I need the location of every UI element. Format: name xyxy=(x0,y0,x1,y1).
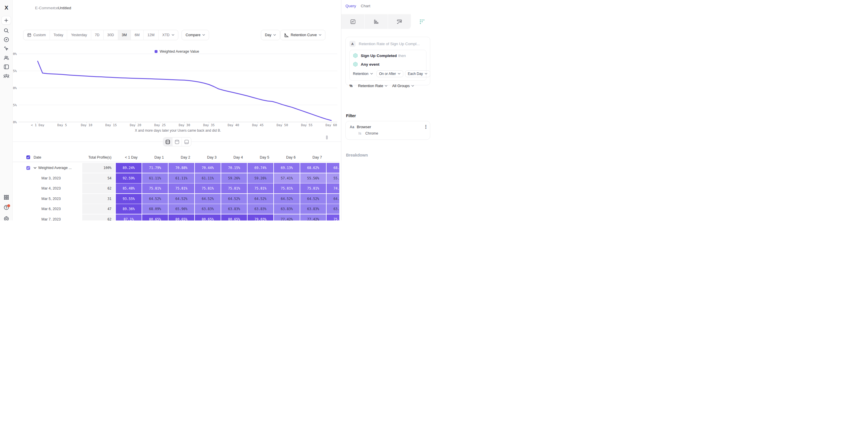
search-icon[interactable] xyxy=(3,28,9,34)
event-step-2[interactable]: Any event xyxy=(353,62,423,67)
column-header-day[interactable] xyxy=(327,153,339,162)
retention-cell[interactable]: 93.55% xyxy=(116,194,142,204)
table-scrollbar-thumb[interactable] xyxy=(326,135,328,139)
row-checkbox[interactable] xyxy=(26,166,30,170)
column-header-total[interactable]: Total Profile(s) xyxy=(82,153,115,162)
groups-dropdown[interactable]: All Groups xyxy=(392,84,414,88)
new-report-button[interactable] xyxy=(1,16,11,25)
retention-cell[interactable]: 64.52% xyxy=(142,194,168,204)
retention-cell[interactable]: 77.42% xyxy=(274,214,300,221)
retention-cell[interactable]: 77.42% xyxy=(300,214,326,221)
app-logo-icon[interactable]: X xyxy=(5,5,8,11)
retention-cell[interactable]: 75.81% xyxy=(142,184,168,193)
line-chart-icon[interactable] xyxy=(341,14,365,29)
column-header-date[interactable]: Date xyxy=(34,155,82,159)
range-12m[interactable]: 12M xyxy=(144,30,158,40)
column-header-day[interactable]: Day 4 xyxy=(221,153,247,162)
retention-cell[interactable]: 85.48% xyxy=(116,184,142,193)
select-all-checkbox[interactable] xyxy=(26,155,30,159)
retention-cell[interactable]: 63.83% xyxy=(195,204,221,214)
operator-dropdown[interactable]: On or After xyxy=(376,70,403,77)
range-3m[interactable]: 3M xyxy=(118,30,131,40)
column-header-day[interactable]: Day 7 xyxy=(300,153,326,162)
retention-cell[interactable]: 59.26% xyxy=(248,173,273,183)
flow-chart-icon[interactable] xyxy=(388,14,411,29)
retention-cell[interactable]: 75.81% xyxy=(300,184,326,193)
retention-cell[interactable]: 63.83% xyxy=(327,204,339,214)
retention-cell[interactable]: 61.11% xyxy=(195,173,221,183)
layout-toggle-split-view[interactable] xyxy=(163,137,173,146)
retention-cell[interactable]: 70.88% xyxy=(168,163,194,173)
range-6m[interactable]: 6M xyxy=(131,30,144,40)
retention-cell[interactable]: 64.52% xyxy=(274,194,300,204)
settings-gear-icon[interactable] xyxy=(3,216,9,220)
retention-cell[interactable]: 75.81% xyxy=(248,184,273,193)
retention-cell[interactable]: 63.83% xyxy=(221,204,247,214)
team-icon[interactable] xyxy=(3,73,9,79)
retention-cell[interactable]: 89.24% xyxy=(116,163,142,173)
range-7d[interactable]: 7D xyxy=(91,30,104,40)
tab-query[interactable]: Query xyxy=(345,4,356,8)
window-dropdown[interactable]: Each Day xyxy=(405,70,430,77)
breadcrumb-workspace[interactable]: E-Commerce xyxy=(35,6,58,10)
users-icon[interactable] xyxy=(3,55,9,61)
retention-cell[interactable]: 57.41% xyxy=(274,173,300,183)
range-custom[interactable]: Custom xyxy=(24,30,50,40)
retention-cell[interactable]: 70.44% xyxy=(195,163,221,173)
retention-cell[interactable]: 64.52% xyxy=(195,194,221,204)
retention-cell[interactable]: 55.56% xyxy=(327,173,339,183)
retention-cell[interactable]: 71.79% xyxy=(142,163,168,173)
retention-cell[interactable]: 74.19% xyxy=(327,184,339,193)
measure-dropdown[interactable]: Retention Rate xyxy=(358,84,388,88)
column-header-day[interactable]: Day 3 xyxy=(195,153,221,162)
retention-cell[interactable]: 68.62% xyxy=(300,163,326,173)
compare-button[interactable]: Compare xyxy=(182,30,209,40)
retention-cell[interactable]: 69.74% xyxy=(248,163,273,173)
side-panel-icon[interactable] xyxy=(4,64,9,69)
retention-cell[interactable]: 70.15% xyxy=(221,163,247,173)
expand-row-icon[interactable] xyxy=(34,167,38,169)
query-title[interactable]: Retention Rate of Sign Up Compl... xyxy=(359,42,420,46)
retention-cell[interactable]: 61.11% xyxy=(142,173,168,183)
retention-cell[interactable]: 80.65% xyxy=(221,214,247,221)
retention-cell[interactable]: 68.09% xyxy=(142,204,168,214)
range-30d[interactable]: 30D xyxy=(104,30,118,40)
range-yesterday[interactable]: Yesterday xyxy=(67,30,91,40)
chart-view-dropdown[interactable]: Retention Curve xyxy=(280,30,326,40)
range-today[interactable]: Today xyxy=(50,30,67,40)
granularity-dropdown[interactable]: Day xyxy=(261,30,280,40)
compass-icon[interactable] xyxy=(3,37,9,42)
magic-cursor-icon[interactable] xyxy=(3,46,9,52)
bar-chart-icon[interactable] xyxy=(365,14,388,29)
column-header-day[interactable]: Day 1 xyxy=(142,153,168,162)
retention-cell[interactable]: 64.52% xyxy=(248,194,273,204)
retention-cell[interactable]: 80.65% xyxy=(142,214,168,221)
retention-cell[interactable]: 65.96% xyxy=(168,204,194,214)
filter-property[interactable]: Browser xyxy=(357,125,423,129)
column-header-day[interactable]: < 1 Day xyxy=(116,153,142,162)
retention-cell[interactable]: 64.52% xyxy=(221,194,247,204)
column-header-day[interactable]: Day 2 xyxy=(168,153,194,162)
layout-toggle-table-top[interactable] xyxy=(173,137,182,146)
filter-operator[interactable]: Is xyxy=(359,131,361,135)
retention-cell[interactable]: 75.81% xyxy=(327,214,339,221)
retention-cell[interactable]: 61.11% xyxy=(168,173,194,183)
apps-grid-icon[interactable] xyxy=(4,195,9,200)
retention-cell[interactable]: 64.52% xyxy=(168,194,194,204)
layout-toggle-table-bottom[interactable] xyxy=(182,137,191,146)
retention-cell[interactable]: 87.1% xyxy=(116,214,142,221)
range-xtd[interactable]: XTD xyxy=(159,30,178,40)
retention-cell[interactable]: 80.65% xyxy=(168,214,194,221)
retention-cell[interactable]: 75.81% xyxy=(274,184,300,193)
filter-value[interactable]: Chrome xyxy=(365,131,378,135)
retention-cell[interactable]: 63.83% xyxy=(248,204,273,214)
retention-grid-icon[interactable] xyxy=(411,14,434,29)
retention-cell[interactable]: 75.81% xyxy=(195,184,221,193)
retention-cell[interactable]: 80.65% xyxy=(195,214,221,221)
filter-card[interactable]: Aa Browser ••• Is Chrome xyxy=(345,121,430,140)
kebab-menu-icon[interactable]: ••• xyxy=(425,125,427,129)
retention-cell[interactable]: 79.03% xyxy=(248,214,273,221)
retention-mode-dropdown[interactable]: Retention xyxy=(353,72,373,76)
breadcrumb-report-title[interactable]: Untitled xyxy=(58,6,71,10)
retention-cell[interactable]: 63.83% xyxy=(274,204,300,214)
